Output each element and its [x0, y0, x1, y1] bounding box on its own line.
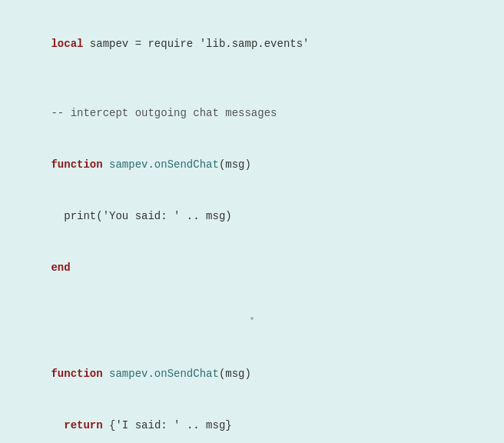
- code-comment: -- intercept outgoing chat messages: [12, 88, 492, 139]
- code-line: function sampev.onSendChat(msg): [12, 139, 492, 191]
- code-string: 'lib.samp.events': [200, 38, 310, 50]
- code-line-empty: [12, 70, 492, 87]
- code-text: .. msg): [180, 210, 231, 222]
- code-section-1: local sampev = require 'lib.samp.events'…: [0, 8, 504, 300]
- code-text: (msg): [219, 368, 251, 380]
- code-text: [103, 158, 109, 171]
- code-text: [51, 419, 64, 431]
- code-text: [103, 368, 109, 380]
- function-name: sampev.onSendChat: [109, 368, 219, 380]
- code-string: 'You said: ': [103, 210, 181, 222]
- keyword-function: function: [51, 368, 102, 380]
- code-line: return {'I said: ' .. msg}: [12, 399, 492, 443]
- code-string: 'I said: ': [115, 419, 180, 431]
- code-line: print('You said: ' .. msg): [12, 191, 492, 242]
- separator-1: [0, 300, 504, 337]
- keyword-end: end: [51, 261, 70, 274]
- keyword: local: [51, 38, 83, 50]
- keyword-return: return: [64, 419, 102, 431]
- separator-dot: [250, 317, 254, 320]
- code-text: {: [103, 419, 116, 431]
- code-text: print(: [51, 210, 102, 222]
- code-text: (msg): [219, 158, 251, 171]
- keyword-function: function: [51, 158, 102, 171]
- code-text: .. msg}: [180, 419, 231, 431]
- code-line: end: [12, 242, 492, 294]
- function-name: sampev.onSendChat: [109, 158, 219, 171]
- code-line: function sampev.onSendChat(msg): [12, 348, 492, 399]
- comment-text: -- intercept outgoing chat messages: [51, 107, 277, 119]
- code-line: local sampev = require 'lib.samp.events': [12, 18, 492, 70]
- code-section-2: function sampev.onSendChat(msg) return {…: [0, 337, 504, 443]
- code-container[interactable]: local sampev = require 'lib.samp.events'…: [0, 0, 504, 443]
- code-text: sampev = require: [83, 38, 199, 50]
